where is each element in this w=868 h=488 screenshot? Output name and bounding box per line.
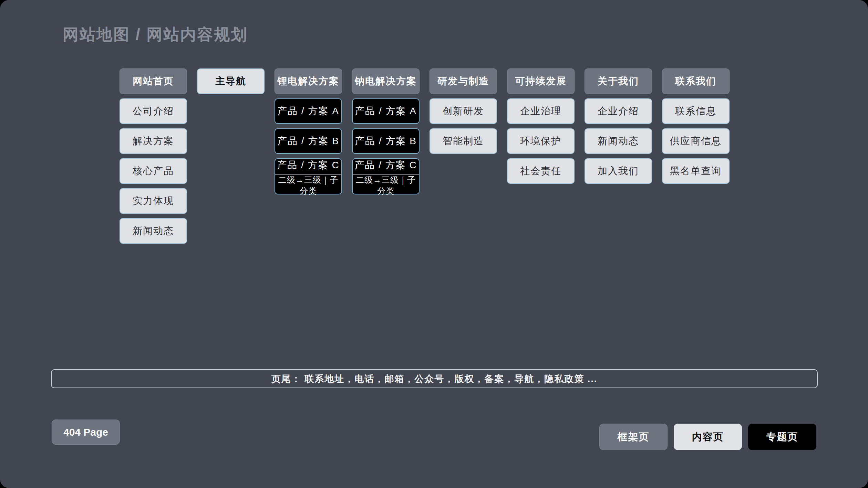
column-header-node[interactable]: 网站首页 — [120, 68, 187, 94]
sitemap-node[interactable]: 加入我们 — [585, 158, 652, 184]
sitemap-column: 网站首页公司介绍解决方案核心产品实力体现新闻动态 — [120, 68, 187, 244]
column-header-node[interactable]: 锂电解决方案 — [275, 68, 342, 94]
sitemap-node[interactable]: 社会责任 — [507, 158, 575, 184]
sitemap-columns: 网站首页公司介绍解决方案核心产品实力体现新闻动态主导航锂电解决方案产品 / 方案… — [120, 68, 730, 244]
sitemap-column: 钠电解决方案产品 / 方案 A产品 / 方案 B产品 / 方案 C二级→三级｜子… — [352, 68, 420, 194]
legend-content-page-button[interactable]: 内容页 — [674, 424, 742, 450]
sitemap-node[interactable]: 产品 / 方案 B — [352, 128, 420, 154]
sitemap-node[interactable]: 环境保护 — [507, 128, 575, 154]
group-sub-label: 二级→三级｜子分类 — [353, 174, 419, 197]
sitemap-node[interactable]: 新闻动态 — [120, 218, 187, 244]
sitemap-column: 联系我们联系信息供应商信息黑名单查询 — [662, 68, 730, 184]
sitemap-node[interactable]: 实力体现 — [120, 188, 187, 214]
page-title: 网站地图 / 网站内容规划 — [63, 24, 248, 45]
sitemap-canvas: 网站地图 / 网站内容规划 网站首页公司介绍解决方案核心产品实力体现新闻动态主导… — [0, 0, 868, 488]
sitemap-node[interactable]: 产品 / 方案 A — [275, 98, 342, 124]
column-header-node[interactable]: 关于我们 — [585, 68, 652, 94]
column-header-node[interactable]: 主导航 — [197, 68, 265, 94]
column-header-node[interactable]: 联系我们 — [662, 68, 730, 94]
footer-text: 页尾： 联系地址，电话，邮箱，公众号，版权，备案，导航，隐私政策 ... — [271, 373, 598, 385]
column-header-node[interactable]: 研发与制造 — [430, 68, 497, 94]
sitemap-group-node[interactable]: 产品 / 方案 C二级→三级｜子分类 — [352, 158, 420, 194]
column-header-node[interactable]: 可持续发展 — [507, 68, 575, 94]
sitemap-column: 关于我们企业介绍新闻动态加入我们 — [585, 68, 652, 184]
sitemap-node[interactable]: 核心产品 — [120, 158, 187, 184]
sitemap-node[interactable]: 黑名单查询 — [662, 158, 730, 184]
group-main-label: 产品 / 方案 C — [353, 156, 419, 174]
sitemap-node[interactable]: 解决方案 — [120, 128, 187, 154]
page-404-button[interactable]: 404 Page — [52, 420, 120, 445]
sitemap-node[interactable]: 产品 / 方案 A — [352, 98, 420, 124]
footer-bar: 页尾： 联系地址，电话，邮箱，公众号，版权，备案，导航，隐私政策 ... — [51, 369, 818, 388]
legend-special-page-button[interactable]: 专题页 — [748, 424, 816, 450]
sitemap-column: 主导航 — [197, 68, 265, 94]
sitemap-column: 锂电解决方案产品 / 方案 A产品 / 方案 B产品 / 方案 C二级→三级｜子… — [275, 68, 342, 194]
sitemap-node[interactable]: 公司介绍 — [120, 98, 187, 124]
sitemap-node[interactable]: 智能制造 — [430, 128, 497, 154]
sitemap-node[interactable]: 企业治理 — [507, 98, 575, 124]
sitemap-node[interactable]: 新闻动态 — [585, 128, 652, 154]
sitemap-node[interactable]: 供应商信息 — [662, 128, 730, 154]
sitemap-column: 研发与制造创新研发智能制造 — [430, 68, 497, 154]
sitemap-node[interactable]: 产品 / 方案 B — [275, 128, 342, 154]
column-header-node[interactable]: 钠电解决方案 — [352, 68, 420, 94]
sitemap-node[interactable]: 联系信息 — [662, 98, 730, 124]
sitemap-node[interactable]: 创新研发 — [430, 98, 497, 124]
sitemap-node[interactable]: 企业介绍 — [585, 98, 652, 124]
page-type-legend: 框架页 内容页 专题页 — [599, 424, 816, 450]
sitemap-column: 可持续发展企业治理环境保护社会责任 — [507, 68, 575, 184]
group-main-label: 产品 / 方案 C — [275, 156, 341, 174]
group-sub-label: 二级→三级｜子分类 — [275, 174, 341, 197]
legend-frame-page-button[interactable]: 框架页 — [599, 424, 668, 450]
sitemap-group-node[interactable]: 产品 / 方案 C二级→三级｜子分类 — [275, 158, 342, 194]
